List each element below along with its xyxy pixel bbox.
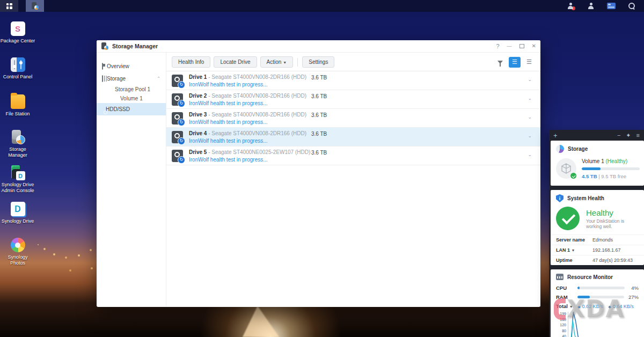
drive-status-link[interactable]: IronWolf health test in progress... bbox=[189, 82, 311, 87]
chevron-down-icon[interactable]: ⌄ bbox=[528, 114, 532, 120]
pin-widgets-icon[interactable]: ✦ bbox=[626, 132, 631, 139]
widget-panel-menu-icon[interactable]: ≡ bbox=[636, 132, 640, 139]
notification-badge bbox=[572, 6, 575, 10]
desktop-icon-control-panel[interactable]: Control Panel bbox=[0, 57, 35, 80]
drive-status-link[interactable]: IronWolf health test in progress... bbox=[189, 138, 311, 144]
uptime-row: Uptime 47 day(s) 20:59:43 bbox=[551, 255, 644, 265]
cpu-percent: 4% bbox=[631, 285, 639, 291]
drive-capacity: 3.6 TB bbox=[311, 131, 327, 137]
list-view-button[interactable]: ☰ bbox=[523, 57, 535, 68]
drive-status-link[interactable]: IronWolf health test in progress... bbox=[189, 100, 311, 106]
toolbar: Health Info Locate Drive Action▼ Setting… bbox=[166, 53, 540, 71]
collapse-widgets-button[interactable]: − bbox=[617, 132, 620, 139]
volume-free: | 9.5 TB free bbox=[598, 173, 626, 179]
health-info-button[interactable]: Health Info bbox=[172, 56, 210, 68]
chevron-up-icon[interactable]: ⌃ bbox=[157, 76, 160, 81]
cpu-row: CPU 4% bbox=[551, 283, 644, 292]
widget-title: Resource Monitor bbox=[567, 274, 613, 280]
hdd-testing-icon bbox=[172, 93, 183, 106]
storage-section-icon bbox=[102, 75, 103, 82]
user-icon bbox=[588, 3, 594, 9]
sidebar-item-hdd-ssd[interactable]: HDD/SSD bbox=[97, 103, 166, 115]
volume-used: 4.5 TB bbox=[582, 173, 597, 179]
drive-row-1[interactable]: Drive 1 - Seagate ST4000VN008-2DR166 (HD… bbox=[166, 71, 540, 90]
window-titlebar[interactable]: Storage Manager ? — ✕ bbox=[97, 40, 540, 53]
list-view-icon: ☰ bbox=[526, 59, 532, 65]
caret-down-icon[interactable]: ▼ bbox=[569, 305, 573, 309]
chevron-down-icon[interactable]: ⌄ bbox=[528, 77, 532, 82]
sidebar-item-storage-pool-1[interactable]: Storage Pool 1 bbox=[97, 85, 166, 94]
sidebar-item-overview[interactable]: Overview bbox=[97, 60, 166, 72]
locate-drive-button[interactable]: Locate Drive bbox=[214, 56, 257, 68]
cpu-label: CPU bbox=[556, 285, 577, 291]
widget-panel-header: + − ✦ ≡ bbox=[549, 130, 644, 141]
chevron-down-icon[interactable]: ⌄ bbox=[528, 152, 532, 157]
volume-usage-bar bbox=[582, 167, 640, 170]
drive-row-5[interactable]: Drive 5 - Seagate ST4000NE0025-2EW107 (H… bbox=[166, 146, 540, 165]
desktop-icon-label: Package Center bbox=[0, 38, 35, 44]
drive-name: Drive 1 bbox=[189, 74, 207, 80]
drive-status-link[interactable]: IronWolf health test in progress... bbox=[189, 157, 311, 163]
overview-icon bbox=[102, 63, 103, 70]
desktop-icon-storage-manager[interactable]: Storage Manager bbox=[0, 130, 35, 158]
hdd-testing-icon bbox=[172, 150, 183, 162]
sidebar-item-label: Overview bbox=[107, 63, 129, 69]
ram-usage-bar bbox=[577, 296, 624, 298]
toolbar-divider bbox=[297, 58, 298, 67]
widget-title: Storage bbox=[568, 146, 588, 152]
notifications-button[interactable] bbox=[561, 0, 580, 12]
drive-name: Drive 2 bbox=[189, 93, 207, 99]
hdd-testing-icon bbox=[172, 131, 183, 143]
system-health-shield-icon bbox=[556, 194, 564, 202]
filter-icon bbox=[497, 61, 503, 64]
drive-row-2[interactable]: Drive 2 - Seagate ST4000VN008-2DR166 (HD… bbox=[166, 90, 540, 109]
help-button[interactable]: ? bbox=[496, 43, 499, 49]
widgets-toggle-button[interactable] bbox=[602, 0, 620, 12]
desktop-icon-drive-admin-console[interactable]: Synology Drive Admin Console bbox=[0, 165, 35, 193]
window-content: Health Info Locate Drive Action▼ Setting… bbox=[166, 53, 540, 306]
chevron-down-icon[interactable]: ⌄ bbox=[528, 96, 532, 101]
user-menu-button[interactable] bbox=[582, 0, 600, 12]
file-station-icon bbox=[11, 94, 25, 109]
caret-down-icon: ▼ bbox=[283, 61, 287, 64]
window-title: Storage Manager bbox=[112, 43, 158, 49]
control-panel-icon bbox=[11, 57, 25, 72]
desktop-icon-package-center[interactable]: Package Center bbox=[0, 21, 35, 44]
hdd-testing-icon bbox=[172, 112, 183, 124]
drive-row-4[interactable]: Drive 4 - Seagate ST4000VN008-2DR166 (HD… bbox=[166, 128, 540, 146]
filter-button[interactable] bbox=[494, 57, 506, 68]
minimize-button[interactable]: — bbox=[507, 44, 512, 49]
lan-label: LAN 1 bbox=[556, 247, 570, 253]
desktop-icon-synology-drive[interactable]: Synology Drive bbox=[0, 202, 35, 224]
desktop-icon-label: Synology Drive Admin Console bbox=[0, 182, 35, 193]
desktop-icon-synology-photos[interactable]: Synology Photos bbox=[0, 238, 35, 266]
package-center-icon bbox=[11, 21, 25, 36]
drive-status-link[interactable]: IronWolf health test in progress... bbox=[189, 119, 311, 125]
volume-health: (Healthy) bbox=[605, 158, 627, 164]
storage-manager-icon bbox=[31, 2, 39, 10]
search-button[interactable] bbox=[623, 0, 641, 12]
main-menu-button[interactable] bbox=[0, 0, 18, 12]
server-name-label: Server name bbox=[556, 237, 592, 243]
maximize-button[interactable] bbox=[519, 43, 524, 49]
volume-icon bbox=[556, 158, 576, 179]
drive-row-3[interactable]: Drive 3 - Seagate ST4000VN008-2DR166 (HD… bbox=[166, 109, 540, 128]
action-dropdown-button[interactable]: Action▼ bbox=[260, 56, 294, 68]
sidebar-item-storage[interactable]: Storage ⌃ bbox=[97, 72, 166, 85]
server-name-row: Server name Edmonds bbox=[551, 235, 644, 245]
volume-summary-row[interactable]: Volume 1 (Healthy) 4.5 TB | 9.5 TB free bbox=[551, 156, 644, 186]
caret-down-icon[interactable]: ▼ bbox=[572, 248, 575, 252]
detail-view-button[interactable]: ☰ bbox=[509, 57, 521, 68]
ram-row: RAM 27% bbox=[551, 292, 644, 302]
close-button[interactable]: ✕ bbox=[532, 43, 536, 49]
desktop-icon-label: Storage Manager bbox=[0, 146, 35, 158]
hdd-testing-icon bbox=[172, 75, 183, 87]
sidebar-item-volume-1[interactable]: Volume 1 bbox=[97, 94, 166, 103]
drive-capacity: 3.6 TB bbox=[311, 75, 327, 80]
taskbar-storage-manager-button[interactable] bbox=[26, 0, 44, 12]
settings-button[interactable]: Settings bbox=[302, 56, 334, 68]
add-widget-button[interactable]: + bbox=[553, 131, 558, 140]
chevron-down-icon[interactable]: ⌄ bbox=[528, 133, 532, 138]
desktop-icon-file-station[interactable]: File Station bbox=[0, 94, 35, 117]
storage-manager-app-icon bbox=[101, 42, 108, 50]
